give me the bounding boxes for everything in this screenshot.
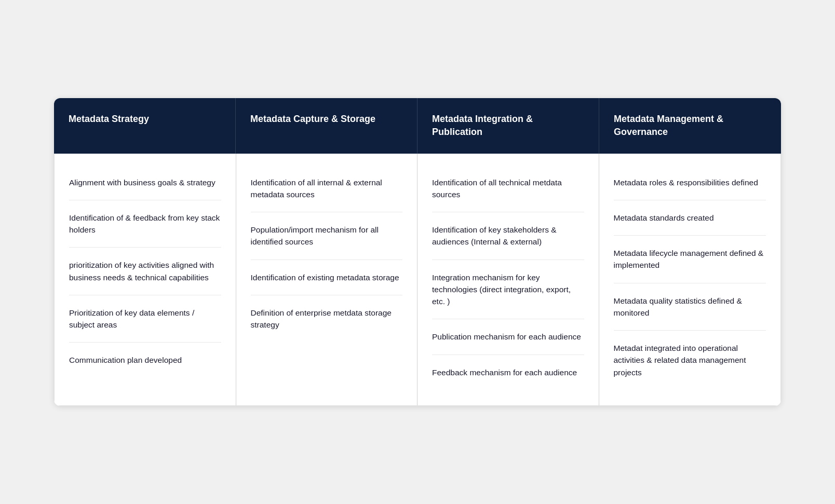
column-2: Identification of all internal & externa…	[236, 154, 418, 405]
main-table: Metadata Strategy Metadata Capture & Sto…	[54, 98, 781, 406]
list-item: Identification of & feedback from key st…	[69, 200, 221, 248]
list-item: prioritization of key activities aligned…	[69, 248, 221, 295]
table-header: Metadata Strategy Metadata Capture & Sto…	[54, 98, 781, 153]
list-item: Metadata lifecycle management defined & …	[614, 236, 766, 283]
list-item: Integration mechanism for key technologi…	[432, 260, 584, 320]
list-item: Communication plan developed	[69, 343, 221, 377]
header-col3: Metadata Integration & Publication	[418, 98, 599, 153]
header-col2: Metadata Capture & Storage	[236, 98, 418, 153]
list-item: Publication mechanism for each audience	[432, 319, 584, 355]
list-item: Prioritization of key data elements / su…	[69, 295, 221, 343]
table-body: Alignment with business goals & strategy…	[54, 154, 781, 406]
list-item: Identification of all internal & externa…	[251, 169, 403, 213]
list-item: Metadat integrated into operational acti…	[614, 331, 766, 390]
list-item: Definition of enterprise metdata storage…	[251, 295, 403, 343]
header-col4: Metadata Management & Governance	[599, 98, 781, 153]
list-item: Alignment with business goals & strategy	[69, 169, 221, 200]
column-3: Identification of all technical metdata …	[418, 154, 599, 405]
column-1: Alignment with business goals & strategy…	[55, 154, 236, 405]
list-item: Feedback mechanism for each audience	[432, 355, 584, 390]
column-4: Metadata roles & responsibilities define…	[599, 154, 781, 405]
list-item: Identification of all technical metdata …	[432, 169, 584, 213]
header-col1: Metadata Strategy	[54, 98, 236, 153]
list-item: Metadata standards created	[614, 200, 766, 236]
list-item: Identification of key stakeholders & aud…	[432, 212, 584, 260]
list-item: Metadata quality statistics defined & mo…	[614, 283, 766, 331]
list-item: Identification of existing metadata stor…	[251, 260, 403, 295]
list-item: Metadata roles & responsibilities define…	[614, 169, 766, 200]
list-item: Population/import mechanism for all iden…	[251, 212, 403, 260]
